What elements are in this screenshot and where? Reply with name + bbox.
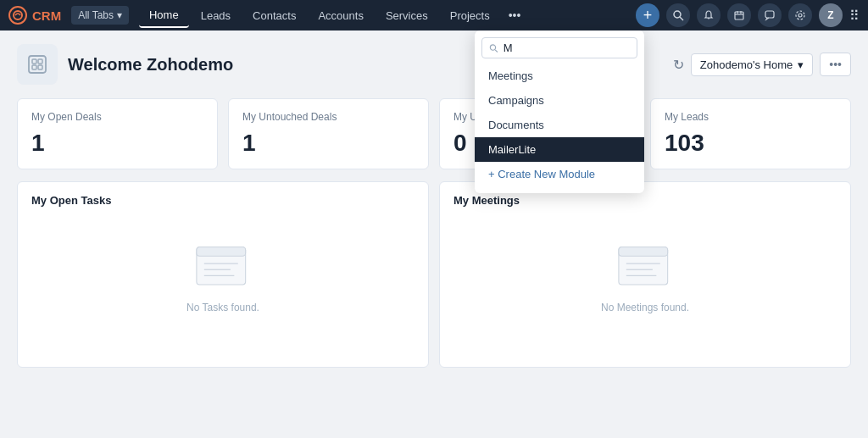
svg-rect-3 (735, 12, 743, 19)
svg-rect-7 (765, 11, 774, 18)
svg-rect-21 (619, 247, 668, 257)
open-tasks-empty-text: No Tasks found. (186, 302, 259, 313)
chevron-down-icon: ▾ (798, 58, 804, 71)
home-more-button[interactable]: ••• (820, 53, 851, 76)
search-dropdown: Meetings Campaigns Documents MailerLite … (475, 30, 644, 193)
welcome-header: Welcome Zohodemo ↻ Zohodemo's Home ▾ ••• (17, 44, 851, 85)
refresh-button[interactable]: ↻ (673, 57, 684, 73)
welcome-icon (17, 44, 58, 85)
meetings-card: My Meetings No Meetings found. (439, 181, 851, 368)
nav-item-contacts[interactable]: Contacts (242, 4, 306, 27)
create-button[interactable]: + (636, 3, 659, 27)
svg-rect-16 (197, 247, 246, 257)
stat-card-untouched-deals[interactable]: My Untouched Deals 1 (228, 98, 429, 169)
search-button[interactable] (666, 3, 690, 27)
gear-icon (794, 9, 806, 21)
meetings-empty-text: No Meetings found. (601, 302, 689, 313)
nav-item-leads[interactable]: Leads (191, 4, 241, 27)
dropdown-item-mailerlite[interactable]: MailerLite (475, 137, 644, 162)
stat-card-value-untouched-deals: 1 (242, 130, 415, 157)
stat-card-value-open-deals: 1 (31, 130, 203, 157)
crm-logo[interactable]: CRM (8, 6, 61, 25)
empty-tasks-icon (189, 242, 257, 293)
nav-more-button[interactable]: ••• (502, 3, 528, 27)
bell-icon (703, 9, 715, 21)
stat-card-value-leads: 103 (665, 130, 837, 157)
stat-card-label-untouched-deals: My Untouched Deals (242, 111, 415, 123)
search-icon (489, 43, 498, 53)
nav-item-projects[interactable]: Projects (440, 4, 500, 27)
home-select-label: Zohodemo's Home (700, 58, 793, 71)
stat-card-open-deals[interactable]: My Open Deals 1 (17, 98, 218, 169)
svg-point-25 (490, 44, 495, 49)
svg-point-9 (796, 11, 804, 19)
calendar-icon (733, 9, 745, 21)
svg-line-26 (495, 49, 498, 52)
welcome-right: ↻ Zohodemo's Home ▾ ••• (673, 53, 851, 76)
open-tasks-card: My Open Tasks No Tasks found. (17, 181, 429, 368)
dropdown-item-documents[interactable]: Documents (475, 113, 644, 137)
main-content: Welcome Zohodemo ↻ Zohodemo's Home ▾ •••… (0, 30, 868, 438)
svg-rect-12 (32, 65, 36, 69)
dropdown-item-meetings[interactable]: Meetings (475, 64, 644, 88)
nav-item-services[interactable]: Services (376, 4, 438, 27)
dropdown-create-module[interactable]: + Create New Module (475, 162, 644, 186)
stat-card-label-leads: My Leads (665, 111, 837, 123)
dropdown-search-container[interactable] (481, 37, 637, 58)
nav-items: Home Leads Contacts Accounts Services Pr… (139, 3, 632, 28)
search-icon (672, 9, 684, 21)
notifications-button[interactable] (697, 3, 721, 27)
home-select[interactable]: Zohodemo's Home ▾ (691, 53, 813, 76)
stat-card-label-open-deals: My Open Deals (31, 111, 203, 123)
svg-point-1 (674, 11, 681, 18)
svg-rect-11 (32, 59, 36, 64)
svg-rect-10 (29, 56, 46, 73)
meetings-title: My Meetings (453, 194, 837, 207)
svg-point-0 (14, 11, 22, 19)
bottom-cards: My Open Tasks No Tasks found. My Meeting… (17, 181, 851, 368)
calendar-button[interactable] (727, 3, 751, 27)
logo-icon (8, 6, 27, 25)
chat-button[interactable] (758, 3, 782, 27)
stat-card-leads[interactable]: My Leads 103 (650, 98, 851, 169)
chevron-down-icon: ▾ (117, 9, 122, 21)
grid-icon[interactable]: ⠿ (849, 8, 860, 24)
open-tasks-title: My Open Tasks (31, 194, 415, 207)
welcome-title: Welcome Zohodemo (68, 55, 233, 75)
svg-line-2 (680, 17, 683, 20)
top-navigation: CRM All Tabs ▾ Home Leads Contacts Accou… (0, 0, 868, 30)
nav-item-accounts[interactable]: Accounts (308, 4, 373, 27)
dropdown-search-input[interactable] (504, 42, 630, 54)
meetings-empty: No Meetings found. (453, 217, 837, 339)
empty-meetings-icon (611, 242, 679, 293)
svg-rect-13 (38, 59, 42, 64)
svg-rect-14 (38, 65, 42, 69)
logo-text: CRM (32, 8, 61, 23)
welcome-left: Welcome Zohodemo (17, 44, 233, 85)
dropdown-item-campaigns[interactable]: Campaigns (475, 88, 644, 113)
open-tasks-empty: No Tasks found. (31, 217, 415, 339)
stat-cards: My Open Deals 1 My Untouched Deals 1 My … (17, 98, 851, 169)
chat-icon (764, 9, 776, 21)
settings-button[interactable] (788, 3, 812, 27)
all-tabs-button[interactable]: All Tabs ▾ (71, 6, 129, 25)
avatar[interactable]: Z (819, 3, 843, 27)
nav-item-home[interactable]: Home (139, 3, 189, 28)
svg-point-8 (798, 14, 802, 17)
topnav-actions: + (636, 3, 860, 27)
